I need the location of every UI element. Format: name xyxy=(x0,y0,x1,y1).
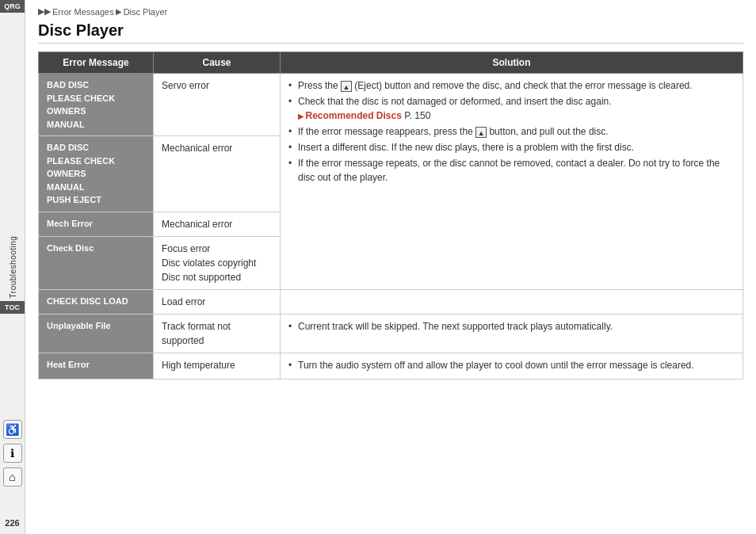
table-header-row: Error Message Cause Solution xyxy=(39,52,743,74)
error-msg-mech-error: Mech Error xyxy=(39,212,154,236)
error-msg-check-disc: Check Disc xyxy=(39,236,154,289)
breadcrumb-error-messages[interactable]: Error Messages xyxy=(52,7,114,17)
solution-item-4: Insert a different disc. If the new disc… xyxy=(288,140,735,154)
section-label: Troubleshooting xyxy=(8,236,17,299)
cause-mechanical-error-1: Mechanical error xyxy=(154,136,281,212)
main-content: ▶▶ Error Messages ▶ Disc Player Disc Pla… xyxy=(25,0,756,534)
error-msg-bad-disc-servo: BAD DISCPLEASE CHECK OWNERSMANUAL xyxy=(39,74,154,136)
col-header-error-message: Error Message xyxy=(39,52,154,74)
table-row: Heat Error High temperature Turn the aud… xyxy=(39,353,743,379)
solution-heat-item: Turn the audio system off and allow the … xyxy=(288,358,735,372)
solution-item-2: Check that the disc is not damaged or de… xyxy=(288,94,735,123)
solution-heat-error: Turn the audio system off and allow the … xyxy=(281,353,743,379)
breadcrumb: ▶▶ Error Messages ▶ Disc Player xyxy=(38,6,743,17)
table-row: BAD DISCPLEASE CHECK OWNERSMANUAL Servo … xyxy=(39,74,743,136)
cause-servo-error: Servo error xyxy=(154,74,281,136)
solution-item-3: If the error message reappears, press th… xyxy=(288,124,735,139)
eject-icon-2: ▲ xyxy=(475,127,487,138)
cause-load-error: Load error xyxy=(154,289,281,314)
table-row: Unplayable File Track format not support… xyxy=(39,314,743,353)
page-number: 226 xyxy=(5,518,19,528)
error-table: Error Message Cause Solution BAD DISCPLE… xyxy=(38,51,743,380)
col-header-cause: Cause xyxy=(154,52,281,74)
eject-icon: ▲ xyxy=(341,81,352,92)
solution-unplayable-item: Current track will be skipped. The next … xyxy=(288,319,735,334)
recommended-discs-link[interactable]: Recommended Discs xyxy=(298,110,402,121)
error-msg-check-disc-load: CHECK DISC LOAD xyxy=(39,289,154,314)
breadcrumb-arrow: ▶▶ xyxy=(38,6,51,17)
page-title: Disc Player xyxy=(38,21,743,44)
cause-track-format: Track format not supported xyxy=(154,314,281,353)
col-header-solution: Solution xyxy=(281,52,743,74)
solution-item-1: Press the ▲ (Eject) button and remove th… xyxy=(288,78,735,93)
table-row: CHECK DISC LOAD Load error xyxy=(39,289,743,314)
home-icon[interactable]: ⌂ xyxy=(3,467,22,486)
breadcrumb-separator: ▶ xyxy=(116,7,122,16)
error-msg-heat-error: Heat Error xyxy=(39,353,154,379)
qrg-label[interactable]: QRG xyxy=(0,0,25,13)
cause-mechanical-error-2: Mechanical error xyxy=(154,212,281,236)
error-msg-bad-disc-mechanical: BAD DISCPLEASE CHECK OWNERSMANUALPUSH EJ… xyxy=(39,136,154,212)
error-msg-unplayable: Unplayable File xyxy=(39,314,154,353)
toc-label[interactable]: TOC xyxy=(0,301,25,314)
info-icon[interactable]: ℹ xyxy=(3,444,22,463)
solution-empty xyxy=(281,289,743,314)
sidebar: QRG Troubleshooting TOC ♿ ℹ ⌂ 226 xyxy=(0,0,25,534)
solution-item-5: If the error message repeats, or the dis… xyxy=(288,156,735,185)
cause-check-disc: Focus errorDisc violates copyrightDisc n… xyxy=(154,236,281,289)
sidebar-icons: ♿ ℹ ⌂ xyxy=(3,420,22,486)
breadcrumb-disc-player: Disc Player xyxy=(124,7,168,17)
solution-main: Press the ▲ (Eject) button and remove th… xyxy=(281,74,743,290)
cause-high-temp: High temperature xyxy=(154,353,281,379)
solution-unplayable: Current track will be skipped. The next … xyxy=(281,314,743,353)
accessibility-icon[interactable]: ♿ xyxy=(3,420,22,439)
